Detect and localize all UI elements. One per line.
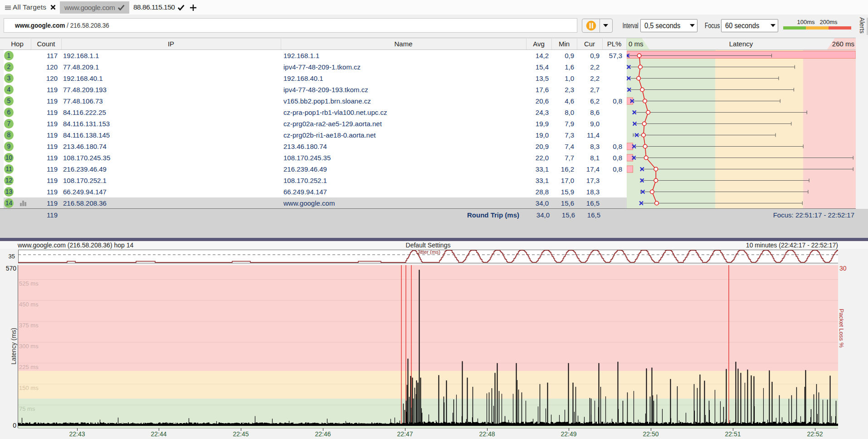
svg-text:150 ms: 150 ms xyxy=(19,385,39,391)
svg-text:300 ms: 300 ms xyxy=(19,343,39,350)
svg-text:525 ms: 525 ms xyxy=(19,280,39,287)
svg-text:75 ms: 75 ms xyxy=(19,405,35,412)
svg-text:450 ms: 450 ms xyxy=(19,301,39,308)
svg-text:375 ms: 375 ms xyxy=(19,322,39,329)
svg-text:0 ms: 0 ms xyxy=(629,40,644,48)
svg-text:260 ms: 260 ms xyxy=(832,40,854,48)
svg-text:Latency: Latency xyxy=(729,40,753,48)
svg-text:225 ms: 225 ms xyxy=(19,364,39,370)
